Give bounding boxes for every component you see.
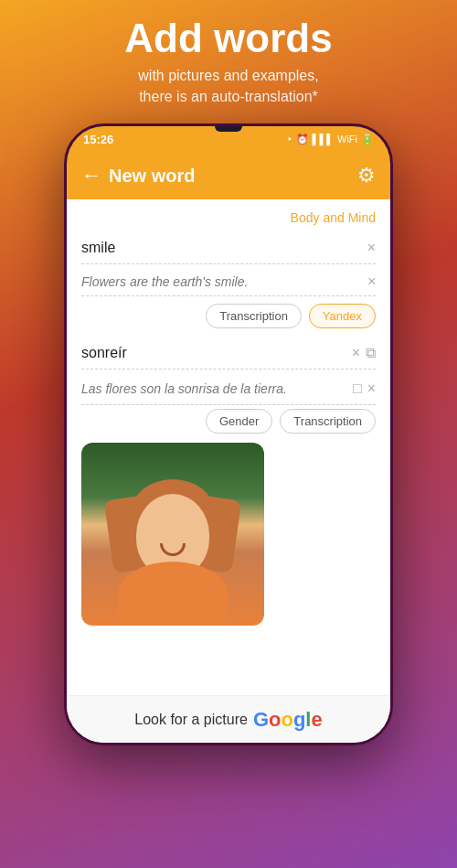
word-image[interactable] bbox=[81, 443, 264, 626]
translation-input[interactable] bbox=[81, 345, 346, 361]
bluetooth-icon: ‣ bbox=[287, 134, 292, 145]
content-inner: Body and Mind × × Transcription Yandex ×… bbox=[67, 199, 390, 637]
header-title: Add words bbox=[124, 16, 332, 60]
app-bar-left: ← New word bbox=[81, 164, 195, 188]
yandex-button[interactable]: Yandex bbox=[309, 304, 376, 328]
transcription-yandex-row: Transcription Yandex bbox=[81, 304, 376, 328]
google-search-bar[interactable]: Look for a picture Google bbox=[67, 695, 390, 743]
settings-icon[interactable]: ⚙ bbox=[357, 164, 376, 188]
translation-clear-icon[interactable]: × bbox=[352, 345, 360, 361]
smile bbox=[160, 543, 186, 556]
status-icons: ‣ ⏰ ▌▌▌ WiFi 🔋 bbox=[287, 134, 374, 145]
back-button[interactable]: ← bbox=[81, 164, 101, 188]
word-input[interactable] bbox=[81, 240, 362, 256]
example-clear-icon[interactable]: × bbox=[367, 273, 376, 290]
phone-notch bbox=[215, 126, 242, 132]
translation-example-text: Las flores son la sonrisa de la tierra. bbox=[81, 381, 347, 396]
wifi-icon: WiFi bbox=[337, 134, 357, 145]
copy-icon[interactable]: □ bbox=[353, 380, 362, 397]
category-label[interactable]: Body and Mind bbox=[81, 210, 376, 225]
header-subtitle: with pictures and examples, there is an … bbox=[124, 66, 332, 107]
app-bar: ← New word ⚙ bbox=[67, 152, 390, 199]
alarm-icon: ⏰ bbox=[296, 134, 309, 145]
gender-transcription-row: Gender Transcription bbox=[81, 409, 376, 434]
person-photo bbox=[81, 443, 264, 626]
google-logo: Google bbox=[253, 708, 323, 732]
status-time: 15:26 bbox=[83, 133, 113, 146]
transcription-button2[interactable]: Transcription bbox=[280, 409, 376, 434]
sound-icon[interactable]: ⧉ bbox=[366, 345, 376, 361]
signal-icon: ▌▌▌ bbox=[313, 134, 334, 145]
app-bar-title: New word bbox=[109, 166, 195, 187]
example-input[interactable] bbox=[81, 274, 362, 289]
word-clear-icon[interactable]: × bbox=[367, 240, 376, 256]
transcription-button[interactable]: Transcription bbox=[206, 304, 302, 328]
example-field-row: × bbox=[81, 268, 376, 296]
google-bar-label: Look for a picture bbox=[134, 712, 248, 728]
phone-frame: 15:26 ‣ ⏰ ▌▌▌ WiFi 🔋 ← New word ⚙ Body a… bbox=[64, 123, 393, 745]
battery-icon: 🔋 bbox=[361, 134, 374, 145]
translation-example-clear-icon[interactable]: × bbox=[367, 380, 376, 397]
translation-example-row: Las flores son la sonrisa de la tierra. … bbox=[81, 373, 376, 405]
translation-field-row: × ⧉ bbox=[81, 338, 376, 370]
screen-content: Body and Mind × × Transcription Yandex ×… bbox=[67, 199, 390, 743]
header-section: Add words with pictures and examples, th… bbox=[124, 16, 332, 107]
gender-button[interactable]: Gender bbox=[206, 409, 272, 434]
body bbox=[118, 562, 228, 626]
word-field-row: × bbox=[81, 232, 376, 264]
image-section bbox=[81, 443, 376, 626]
